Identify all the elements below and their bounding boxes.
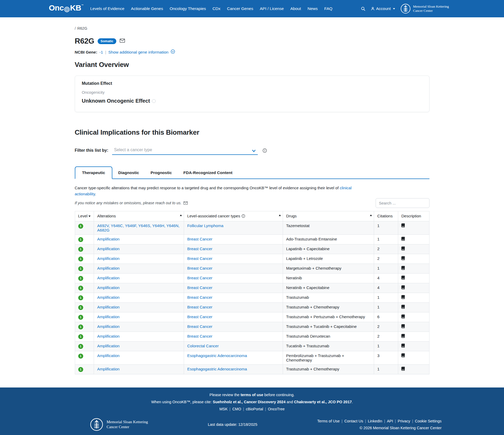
description-book-icon[interactable] [401,285,405,290]
description-book-icon[interactable] [401,276,405,280]
cancer-type-link[interactable]: Breast Cancer [187,315,212,319]
col-level[interactable]: Level [75,211,94,221]
description-book-icon[interactable] [401,305,405,310]
nav-item-oncology-therapies[interactable]: Oncology Therapies [170,6,206,11]
alteration-link[interactable]: Amplification [97,315,119,319]
filter-info-icon[interactable] [262,148,267,153]
filter-label: Filter this list by: [75,148,108,153]
footer-link-terms-of-use[interactable]: Terms of Use [317,419,340,423]
cancer-type-link[interactable]: Breast Cancer [187,276,212,280]
footer-link-contact-us[interactable]: Contact Us [344,419,363,423]
citation-link-2[interactable]: Chakravarty et al., JCO PO 2017 [294,400,352,404]
nav-item-levels-of-evidence[interactable]: Levels of Evidence [90,6,124,11]
citation-link-1[interactable]: Suehnholz et al., Cancer Discovery 2024 [213,400,285,404]
description-book-icon[interactable] [401,295,405,300]
level-badge: 1 [78,286,83,291]
description-book-icon[interactable] [401,223,405,228]
tab-diagnostic[interactable]: Diagnostic [112,167,145,179]
footer-msk-logo[interactable]: Memorial Sloan KetteringCancer Center [90,418,148,431]
cancer-type-link[interactable]: Breast Cancer [187,305,212,309]
footer-link-linkedin[interactable]: LinkedIn [368,419,382,423]
alteration-link[interactable]: Amplification [97,295,119,300]
col-description[interactable]: Description [398,211,429,221]
alteration-link[interactable]: Amplification [97,305,119,309]
citations-cell: 2 [374,332,398,341]
mail-icon[interactable] [183,201,188,205]
separator: | [365,419,366,423]
alteration-link[interactable]: Amplification [97,324,119,329]
description-book-icon[interactable] [401,367,405,371]
select-chevron-down-icon[interactable] [252,149,256,153]
drugs-cell: Trastuzumab + Pertuzumab + Chemotherapy [283,312,374,322]
drugs-cell: Tazemetostat [283,221,374,234]
description-book-icon[interactable] [401,237,405,242]
description-book-icon[interactable] [401,353,405,358]
main-nav: Levels of EvidenceActionable GenesOncolo… [90,6,333,11]
ncbi-gene-link[interactable]: -1 [99,50,103,55]
show-gene-info-link[interactable]: Show additional gene information [108,50,168,55]
nav-item-about[interactable]: About [290,6,301,11]
tab-therapeutic[interactable]: Therapeutic [75,166,113,179]
cancer-type-link[interactable]: Breast Cancer [187,334,212,338]
cancer-type-select-input[interactable] [112,146,258,155]
portal-link-msk[interactable]: MSK [219,407,228,411]
alteration-link[interactable]: Amplification [97,237,119,241]
nav-item-api-license[interactable]: API / License [260,6,284,11]
cancer-type-link[interactable]: Colorectal Cancer [187,344,219,348]
description-book-icon[interactable] [401,334,405,339]
alteration-link[interactable]: Amplification [97,276,119,280]
description-book-icon[interactable] [401,256,405,261]
alteration-link[interactable]: Amplification [97,247,119,251]
cancer-type-link[interactable]: Breast Cancer [187,266,212,270]
description-book-icon[interactable] [401,266,405,271]
cancer-type-select[interactable] [112,146,258,155]
portal-link-cbioportal[interactable]: cBioPortal [246,407,263,411]
alteration-link[interactable]: Amplification [97,266,119,270]
cancer-type-link[interactable]: Breast Cancer [187,237,212,241]
footer-link-api[interactable]: API [387,419,393,423]
nav-item-cancer-genes[interactable]: Cancer Genes [227,6,253,11]
cancer-type-link[interactable]: Follicular Lymphoma [187,223,223,228]
description-book-icon[interactable] [401,315,405,319]
nav-item-news[interactable]: News [308,6,318,11]
alteration-link[interactable]: Amplification [97,256,119,261]
nav-item-cdx[interactable]: CDx [213,6,220,11]
description-book-icon[interactable] [401,247,405,251]
cancer-type-link[interactable]: Esophagogastric Adenocarcinoma [187,367,247,371]
feedback-mail-icon[interactable] [120,39,125,44]
col-drugs[interactable]: Drugs [283,211,374,221]
account-menu[interactable]: Account [371,6,395,11]
cancer-type-link[interactable]: Breast Cancer [187,285,212,290]
tab-fda-recognized-content[interactable]: FDA-Recognized Content [178,167,238,179]
cancer-type-link[interactable]: Breast Cancer [187,324,212,329]
col-citations[interactable]: Citations [374,211,398,221]
footer-link-privacy[interactable]: Privacy [398,419,410,423]
info-icon[interactable] [242,214,245,219]
cancer-type-link[interactable]: Breast Cancer [187,256,212,261]
msk-logo-link[interactable]: Memorial Sloan KetteringCancer Center [400,3,449,14]
nav-item-faq[interactable]: FAQ [324,6,332,11]
terms-of-use-link[interactable]: terms of use [240,393,263,397]
alteration-link[interactable]: Amplification [97,285,119,290]
alteration-link[interactable]: A692V, Y646C, Y646F, Y646S, Y646H, Y646N… [97,223,179,232]
alteration-link[interactable]: Amplification [97,367,119,371]
col-cancer-types[interactable]: Level-associated cancer types [184,211,283,221]
table-search-input[interactable] [376,198,429,208]
alteration-link[interactable]: Amplification [97,353,119,358]
circle-chevron-down-icon[interactable] [171,49,175,55]
portal-link-oncotree[interactable]: OncoTree [268,407,285,411]
col-alterations[interactable]: Alterations [94,211,184,221]
alteration-link[interactable]: Amplification [97,344,119,348]
cancer-type-link[interactable]: Breast Cancer [187,295,212,300]
cancer-type-link[interactable]: Breast Cancer [187,247,212,251]
cancer-type-link[interactable]: Esophagogastric Adenocarcinoma [187,353,247,358]
portal-link-cmo[interactable]: CMO [232,407,241,411]
description-book-icon[interactable] [401,324,405,329]
oncokb-logo[interactable]: OncKB™ [49,3,83,14]
alteration-link[interactable]: Amplification [97,334,119,338]
footer-link-cookie-settings[interactable]: Cookie Settings [415,419,442,423]
description-book-icon[interactable] [401,344,405,348]
tab-prognostic[interactable]: Prognostic [145,167,178,179]
nav-item-actionable-genes[interactable]: Actionable Genes [131,6,163,11]
search-icon[interactable] [361,7,365,11]
